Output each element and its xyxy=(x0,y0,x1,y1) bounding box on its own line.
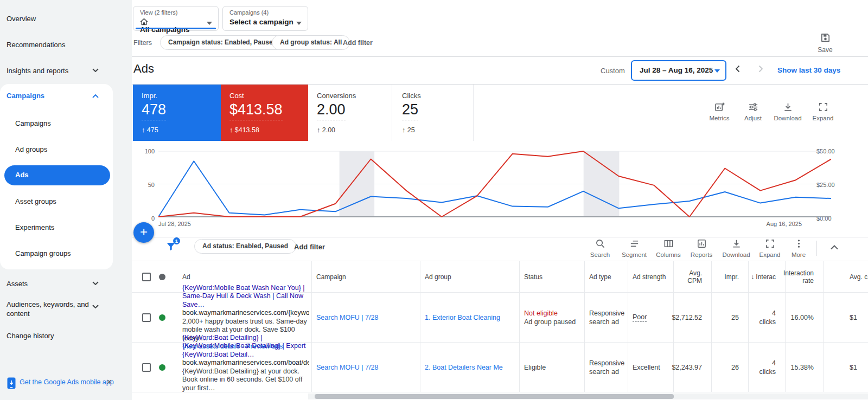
campaign-selector-value: Select a campaign xyxy=(229,18,293,26)
download-chart-button[interactable]: Download xyxy=(771,102,804,121)
interaction-rate-cell: 15.38% xyxy=(786,343,824,392)
previous-period-button[interactable] xyxy=(733,64,743,74)
row-checkbox[interactable] xyxy=(142,363,151,372)
column-header-interaction-rate[interactable]: Interaction rate xyxy=(786,261,824,292)
metrics-button[interactable]: Metrics xyxy=(703,102,736,121)
scorecard-delta: ↑ $413.58 xyxy=(229,126,259,134)
sidebar-item-change-history[interactable]: Change history xyxy=(7,332,54,340)
sidebar-item-assets[interactable]: Assets xyxy=(7,280,28,288)
expand-icon xyxy=(765,238,775,249)
filters-label: Filters xyxy=(133,39,152,47)
sidebar-item-campaign-groups[interactable]: Campaign groups xyxy=(15,249,71,257)
collapse-table-chevron-up[interactable] xyxy=(828,242,840,254)
date-mode-label: Custom xyxy=(601,67,625,75)
download-table-button[interactable]: Download xyxy=(720,238,752,258)
ad-headline-link[interactable]: {KeyWord:Mobile Boat Wash Near You} | Sa… xyxy=(182,284,309,309)
campaign-selector[interactable]: Campaigns (4) Select a campaign xyxy=(222,6,308,31)
ad-headline-link[interactable]: {KeyWord:Boat Detailing} | {KeyWord:Mobi… xyxy=(182,334,309,359)
search-button[interactable]: Search xyxy=(584,238,616,258)
interactions-cell: 4clicks xyxy=(749,343,786,392)
reports-button[interactable]: Reports xyxy=(686,238,717,258)
avg-cost-cell: $1 xyxy=(824,343,868,392)
column-header-ad-strength[interactable]: Ad strength xyxy=(628,261,674,292)
download-icon xyxy=(731,238,742,249)
ad-strength-cell[interactable]: Excellent xyxy=(628,343,674,392)
scorecard-cost[interactable]: Cost $413.58 ↑ $413.58 xyxy=(221,85,308,141)
add-filter-button[interactable]: Add filter xyxy=(343,39,373,47)
expand-table-button[interactable]: Expand xyxy=(754,238,786,258)
get-mobile-app-link[interactable]: Get the Google Ads mobile app xyxy=(20,378,114,386)
horizontal-scrollbar-thumb[interactable] xyxy=(315,394,674,399)
sidebar-item-insights-reports[interactable]: Insights and reports xyxy=(7,67,68,75)
interaction-rate-cell: 16.00% xyxy=(786,293,824,342)
campaign-link[interactable]: Search MOFU | 7/28 xyxy=(312,293,420,342)
sidebar-item-campaigns[interactable]: Campaigns xyxy=(15,119,51,127)
sidebar-item-overview[interactable]: Overview xyxy=(7,15,36,23)
sidebar-item-experiments[interactable]: Experiments xyxy=(15,223,54,231)
column-header-interactions[interactable]: ↓ Interac xyxy=(749,261,786,292)
column-header-avg-cost[interactable]: Avg. c xyxy=(824,261,868,292)
status-cell: Not eligible Ad group paused xyxy=(520,293,585,342)
ad-group-link[interactable]: 1. Exterior Boat Cleaning xyxy=(420,293,520,342)
sidebar-item-ad-groups[interactable]: Ad groups xyxy=(15,145,47,153)
status-primary: Not eligible xyxy=(524,309,576,318)
campaign-link[interactable]: Search MOFU | 7/28 xyxy=(312,343,420,392)
scorecard-label: Conversions xyxy=(317,92,356,100)
column-header-status[interactable]: Status xyxy=(520,261,585,292)
scorecard-impressions[interactable]: Impr. 478 ↑ 475 xyxy=(133,85,221,141)
column-header-ad-group[interactable]: Ad group xyxy=(420,261,520,292)
adjust-button[interactable]: Adjust xyxy=(737,102,769,121)
show-last-30-days-link[interactable]: Show last 30 days xyxy=(777,66,840,74)
search-label: Search xyxy=(584,251,616,258)
metrics-icon xyxy=(714,102,725,112)
avg-cpm-cell: $2,243.97 xyxy=(674,343,712,392)
view-selector-value: All campaigns xyxy=(140,25,190,34)
column-header-ad[interactable]: Ad xyxy=(182,273,190,281)
reports-label: Reports xyxy=(686,251,717,258)
filter-chip-campaign-status[interactable]: Campaign status: Enabled, Paused xyxy=(160,35,285,50)
ad-description: {KeyWord:Boat Detailing} at your dock. B… xyxy=(182,367,309,393)
row-checkbox[interactable] xyxy=(142,313,151,322)
segment-label: Segment xyxy=(618,251,650,258)
view-selector[interactable]: View (2 filters) All campaigns xyxy=(133,6,219,31)
columns-button[interactable]: Columns xyxy=(653,238,684,258)
scorecard-value: 2.00 xyxy=(317,101,346,120)
filter-chip-ad-group-status[interactable]: Ad group status: All xyxy=(272,35,350,50)
sidebar-item-recommendations[interactable]: Recommendations xyxy=(7,41,65,49)
scorecard-conversions[interactable]: Conversions 2.00 ↑ 2.00 xyxy=(308,85,392,141)
save-button[interactable]: Save xyxy=(813,33,837,54)
column-header-avg-cpm[interactable]: Avg. CPM xyxy=(674,261,712,292)
ad-display-url: book.waymarkmarineservices.com/boat/det… xyxy=(182,359,309,367)
sidebar-item-ads-selected[interactable]: Ads xyxy=(4,165,110,185)
table-add-filter-button[interactable]: Add filter xyxy=(294,243,325,251)
table-row: {KeyWord:Boat Detailing} | {KeyWord:Mobi… xyxy=(132,343,868,392)
view-selector-label: View (2 filters) xyxy=(140,9,177,16)
date-range-picker[interactable]: Jul 28 – Aug 16, 2025 xyxy=(631,60,726,81)
expand-chart-button[interactable]: Expand xyxy=(807,102,839,121)
ad-strength-cell[interactable]: Poor xyxy=(628,293,674,342)
close-icon[interactable]: ✕ xyxy=(106,378,112,386)
main-content: View (2 filters) All campaigns Campaigns… xyxy=(132,0,868,400)
campaigns-section-card: Campaigns Campaigns Ad groups Ads Asset … xyxy=(0,84,113,269)
scorecard-delta: ↑ 25 xyxy=(402,126,415,134)
select-all-checkbox[interactable] xyxy=(142,273,151,281)
sidebar-item-asset-groups[interactable]: Asset groups xyxy=(15,197,56,205)
more-button[interactable]: More xyxy=(783,238,814,258)
sidebar-item-campaigns-header[interactable]: Campaigns xyxy=(7,92,44,100)
scorecard-label: Impr. xyxy=(142,92,157,100)
column-header-ad-type[interactable]: Ad type xyxy=(585,261,628,292)
segment-button[interactable]: Segment xyxy=(618,238,650,258)
filter-chip-ad-status[interactable]: Ad status: Enabled, Paused xyxy=(194,239,296,254)
column-header-impr[interactable]: Impr. xyxy=(712,261,749,292)
scorecard-clicks[interactable]: Clicks 25 ↑ 25 xyxy=(393,85,474,141)
ad-preview: {KeyWord:Boat Detailing} | {KeyWord:Mobi… xyxy=(182,334,309,393)
create-ad-fab[interactable]: + xyxy=(133,222,154,243)
dropdown-caret-icon xyxy=(296,22,302,25)
column-header-campaign[interactable]: Campaign xyxy=(312,261,420,292)
expand-label: Expand xyxy=(754,251,786,258)
next-period-button[interactable] xyxy=(756,64,765,74)
sidebar-item-audiences-keywords-content[interactable]: Audiences, keywords, and content xyxy=(7,300,89,318)
download-label: Download xyxy=(720,251,752,258)
timeseries-chart xyxy=(158,150,831,219)
ad-group-link[interactable]: 2. Boat Detailers Near Me xyxy=(420,343,520,392)
